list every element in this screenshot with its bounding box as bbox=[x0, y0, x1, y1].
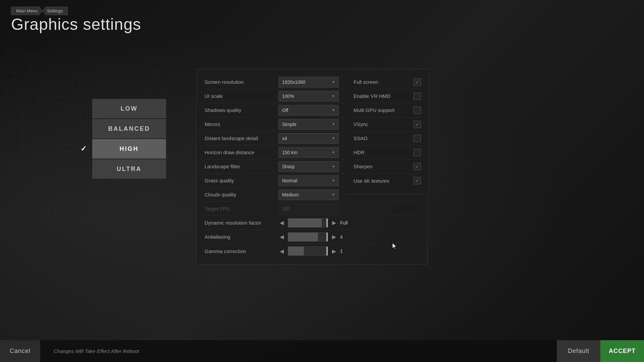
setting-row-gamma-correction: Gamma correction◀▶1 bbox=[205, 244, 419, 258]
checkbox-label-sharpen: Sharpen bbox=[354, 164, 373, 169]
setting-label-clouds-quality: Clouds quality bbox=[205, 192, 278, 197]
breadcrumb-settings[interactable]: Settings bbox=[42, 7, 68, 15]
setting-label-shadows-quality: Shadows quality bbox=[205, 107, 278, 113]
dropdown-value-clouds-quality: Medium bbox=[282, 192, 299, 197]
checkbox-label-vsync: VSync bbox=[354, 121, 368, 127]
dropdown-value-distant-landscape: x4 bbox=[282, 136, 287, 141]
setting-label-ui-scale: UI scale bbox=[205, 93, 278, 99]
setting-label-horizon-draw: Horizon draw distance bbox=[205, 149, 278, 155]
slider-control-gamma-correction: ◀▶1 bbox=[278, 246, 419, 256]
setting-label-distant-landscape: Distant landscape detail bbox=[205, 135, 278, 141]
chevron-down-icon: ▼ bbox=[332, 136, 335, 140]
slider-left-arrow-gamma-correction[interactable]: ◀ bbox=[278, 248, 285, 254]
slider-fill-gamma-correction bbox=[288, 247, 304, 255]
slider-track-dynamic-resolution[interactable] bbox=[288, 218, 328, 228]
checkbox-hdr[interactable] bbox=[414, 149, 421, 156]
checkbox-label-enable-vr: Enable VR HMD bbox=[354, 93, 390, 99]
preset-ultra-button[interactable]: ULTRA bbox=[92, 159, 166, 179]
dropdown-horizon-draw[interactable]: 150 km▼ bbox=[278, 147, 339, 158]
slider-value-antialiasing: 4 bbox=[340, 234, 350, 240]
preset-high-button[interactable]: ✓ HIGH bbox=[92, 139, 166, 159]
checkbox-label-full-screen: Full screen bbox=[354, 79, 378, 85]
slider-track-antialiasing[interactable] bbox=[288, 232, 328, 242]
setting-label-dynamic-resolution: Dynamic resolution factor bbox=[205, 220, 278, 226]
accept-button[interactable]: ACCEPT bbox=[600, 340, 644, 362]
slider-right-arrow-gamma-correction[interactable]: ▶ bbox=[331, 248, 337, 254]
dropdown-landscape-filter[interactable]: Sharp▼ bbox=[278, 161, 339, 172]
checkbox-row-use-4k: Use 4K textures bbox=[354, 174, 421, 188]
checkbox-label-use-4k: Use 4K textures bbox=[354, 178, 389, 184]
dropdown-target-fps: 120 bbox=[278, 203, 339, 214]
setting-row-dynamic-resolution: Dynamic resolution factor◀▶Full bbox=[205, 216, 419, 230]
checkbox-ssao[interactable] bbox=[414, 135, 421, 142]
slider-track-gamma-correction[interactable] bbox=[288, 246, 328, 256]
checkbox-label-ssao: SSAO bbox=[354, 135, 368, 141]
setting-label-screen-resolution: Screen resolution bbox=[205, 79, 278, 85]
default-button[interactable]: Default bbox=[557, 340, 600, 362]
checkbox-row-sharpen: Sharpen bbox=[354, 160, 421, 174]
slider-control-dynamic-resolution: ◀▶Full bbox=[278, 218, 419, 228]
slider-right-arrow-dynamic-resolution[interactable]: ▶ bbox=[331, 220, 337, 226]
chevron-down-icon: ▼ bbox=[332, 165, 335, 168]
slider-fill-dynamic-resolution bbox=[288, 219, 322, 227]
preset-balanced-button[interactable]: BALANCED bbox=[92, 119, 166, 138]
bottom-bar: Cancel Changes Will Take Effect After Re… bbox=[0, 340, 644, 362]
dropdown-value-target-fps: 120 bbox=[282, 206, 290, 212]
chevron-down-icon: ▼ bbox=[332, 122, 335, 126]
chevron-down-icon: ▼ bbox=[332, 193, 335, 196]
preset-low-button[interactable]: LOW bbox=[92, 99, 166, 118]
slider-thumb-dynamic-resolution bbox=[326, 219, 328, 227]
cancel-button[interactable]: Cancel bbox=[0, 340, 40, 362]
preset-panel: LOW BALANCED ✓ HIGH ULTRA bbox=[92, 99, 166, 179]
dropdown-screen-resolution[interactable]: 644x362▼ bbox=[278, 77, 339, 87]
dropdown-shadows-quality[interactable]: Off▼ bbox=[278, 105, 339, 116]
dropdown-distant-landscape[interactable]: x4▼ bbox=[278, 133, 339, 144]
setting-label-antialiasing: Antialiasing bbox=[205, 234, 278, 240]
checkbox-full-screen[interactable] bbox=[414, 78, 421, 86]
slider-value-gamma-correction: 1 bbox=[340, 248, 350, 254]
dropdown-mirrors[interactable]: Simple▼ bbox=[278, 119, 339, 130]
chevron-down-icon: ▼ bbox=[332, 94, 335, 98]
dropdown-value-ui-scale: 100% bbox=[282, 94, 294, 99]
checkbox-row-enable-vr: Enable VR HMD bbox=[354, 89, 421, 103]
dropdown-value-horizon-draw: 150 km bbox=[282, 150, 298, 155]
chevron-down-icon: ▼ bbox=[332, 108, 335, 112]
setting-label-mirrors: Mirrors bbox=[205, 121, 278, 127]
checkbox-row-multi-gpu: Multi GPU support bbox=[354, 103, 421, 117]
slider-left-arrow-dynamic-resolution[interactable]: ◀ bbox=[278, 220, 285, 226]
selected-checkmark: ✓ bbox=[80, 144, 88, 153]
checkbox-enable-vr[interactable] bbox=[414, 93, 421, 100]
dropdown-ui-scale[interactable]: 100%▼ bbox=[278, 91, 339, 102]
setting-label-grass-quality: Grass quality bbox=[205, 178, 278, 183]
slider-right-arrow-antialiasing[interactable]: ▶ bbox=[331, 234, 337, 240]
dropdown-value-mirrors: Simple bbox=[282, 122, 297, 127]
checkbox-label-multi-gpu: Multi GPU support bbox=[354, 107, 395, 113]
checkbox-sharpen[interactable] bbox=[414, 163, 421, 170]
setting-label-landscape-filter: Landscape filter bbox=[205, 164, 278, 169]
breadcrumb-main-menu[interactable]: Main Menu bbox=[11, 7, 43, 15]
checkbox-vsync[interactable] bbox=[414, 121, 421, 128]
setting-row-antialiasing: Antialiasing◀▶4 bbox=[205, 230, 419, 244]
setting-label-gamma-correction: Gamma correction bbox=[205, 248, 278, 254]
slider-thumb-gamma-correction bbox=[326, 247, 328, 255]
reboot-notice: Changes Will Take Effect After Reboot bbox=[54, 348, 139, 354]
dropdown-value-grass-quality: Normal bbox=[282, 178, 297, 183]
breadcrumb: Main Menu Settings bbox=[11, 7, 68, 15]
checkboxes-panel: Full screenEnable VR HMDMulti GPU suppor… bbox=[345, 69, 429, 194]
checkbox-row-vsync: VSync bbox=[354, 117, 421, 131]
chevron-down-icon: ▼ bbox=[332, 179, 335, 182]
checkbox-row-hdr: HDR bbox=[354, 145, 421, 160]
checkbox-use-4k[interactable] bbox=[414, 177, 421, 184]
checkbox-multi-gpu[interactable] bbox=[414, 107, 421, 114]
checkbox-label-hdr: HDR bbox=[354, 149, 365, 155]
slider-thumb-antialiasing bbox=[326, 233, 328, 241]
page-title: Graphics settings bbox=[11, 15, 141, 34]
dropdown-value-shadows-quality: Off bbox=[282, 108, 288, 113]
slider-left-arrow-antialiasing[interactable]: ◀ bbox=[278, 234, 285, 240]
dropdown-clouds-quality[interactable]: Medium▼ bbox=[278, 189, 339, 200]
dropdown-value-landscape-filter: Sharp bbox=[282, 164, 294, 169]
dropdown-value-screen-resolution: 644x362 bbox=[282, 79, 305, 85]
chevron-down-icon: ▼ bbox=[332, 80, 335, 84]
dropdown-grass-quality[interactable]: Normal▼ bbox=[278, 175, 339, 186]
checkbox-row-full-screen: Full screen bbox=[354, 75, 421, 89]
